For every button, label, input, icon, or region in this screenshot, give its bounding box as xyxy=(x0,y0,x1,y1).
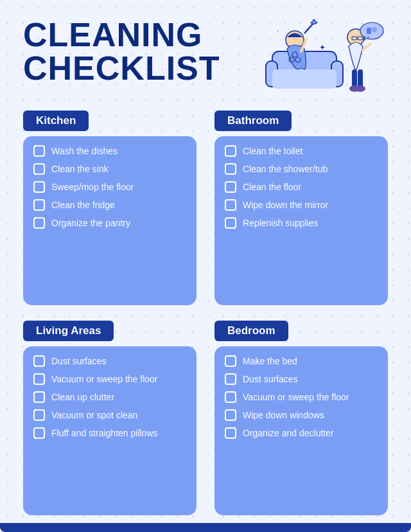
item-label: Vacuum or spot clean xyxy=(51,410,137,420)
page: CLEANING CHECKLIST xyxy=(0,0,411,532)
item-label: Clean the toilet xyxy=(243,146,302,156)
title-block: CLEANING CHECKLIST xyxy=(23,18,220,85)
svg-text:✦: ✦ xyxy=(319,43,326,52)
item-label: Wash the dishes xyxy=(51,146,118,156)
item-label: Organize the pantry xyxy=(51,218,130,228)
checkbox-icon[interactable] xyxy=(225,373,236,385)
checkbox-icon[interactable] xyxy=(225,409,236,421)
section-body-bedroom: Make the bedDust surfacesVacuum or sweep… xyxy=(214,346,388,515)
list-item[interactable]: Dust surfaces xyxy=(225,373,378,385)
list-item[interactable]: Organize the pantry xyxy=(33,217,186,229)
list-item[interactable]: Replenish supplies xyxy=(225,217,378,229)
title-line1: CLEANING xyxy=(23,18,220,51)
section-body-kitchen: Wash the dishesClean the sinkSweep/mop t… xyxy=(23,136,197,305)
checkbox-icon[interactable] xyxy=(33,355,45,367)
list-item[interactable]: Vacuum or sweep the floor xyxy=(33,373,186,385)
checkbox-icon[interactable] xyxy=(33,373,45,385)
list-item[interactable]: Wash the dishes xyxy=(33,145,186,157)
item-label: Dust surfaces xyxy=(243,374,298,384)
section-living-areas: Living AreasDust surfacesVacuum or sweep… xyxy=(23,321,197,515)
checkbox-icon[interactable] xyxy=(33,181,45,193)
list-item[interactable]: Dust surfaces xyxy=(33,355,186,367)
item-label: Dust surfaces xyxy=(51,356,107,366)
item-label: Replenish supplies xyxy=(243,218,319,228)
item-label: Vacuum or sweep the floor xyxy=(51,374,158,384)
section-kitchen: KitchenWash the dishesClean the sinkSwee… xyxy=(23,111,197,305)
svg-rect-15 xyxy=(367,28,371,34)
list-item[interactable]: Wipe down the mirror xyxy=(225,199,378,211)
section-body-living-areas: Dust surfacesVacuum or sweep the floorCl… xyxy=(23,346,197,515)
section-bathroom: BathroomClean the toiletClean the shower… xyxy=(214,111,388,305)
checkbox-icon[interactable] xyxy=(225,199,236,211)
item-label: Clean the floor xyxy=(243,182,301,192)
list-item[interactable]: Clean the floor xyxy=(225,181,378,193)
section-body-bathroom: Clean the toiletClean the shower/tubClea… xyxy=(214,136,388,305)
item-label: Clean up clutter xyxy=(51,392,114,402)
checkbox-icon[interactable] xyxy=(33,427,45,439)
footer-bar xyxy=(0,523,411,532)
list-item[interactable]: Clean up clutter xyxy=(33,391,186,403)
item-label: Clean the shower/tub xyxy=(243,164,328,174)
list-item[interactable]: Vacuum or sweep the floor xyxy=(225,391,378,403)
item-label: Organize and declutter xyxy=(243,428,334,438)
checkbox-icon[interactable] xyxy=(33,145,45,157)
section-bedroom: BedroomMake the bedDust surfacesVacuum o… xyxy=(214,321,388,515)
illustration: ✦ • xyxy=(234,18,388,95)
item-label: Wipe down the mirror xyxy=(243,200,328,210)
svg-rect-3 xyxy=(272,69,337,89)
checklist-grid: KitchenWash the dishesClean the sinkSwee… xyxy=(23,111,388,515)
checkbox-icon[interactable] xyxy=(225,391,236,403)
list-item[interactable]: Organize and declutter xyxy=(225,427,378,439)
section-header-kitchen: Kitchen xyxy=(23,111,89,131)
list-item[interactable]: Fluff and straighten pillows xyxy=(33,427,186,439)
section-header-bedroom: Bedroom xyxy=(214,321,288,341)
checkbox-icon[interactable] xyxy=(225,217,236,229)
list-item[interactable]: Wipe down windows xyxy=(225,409,378,421)
header: CLEANING CHECKLIST xyxy=(23,18,388,95)
list-item[interactable]: Clean the sink xyxy=(33,163,186,175)
list-item[interactable]: Vacuum or spot clean xyxy=(33,409,186,421)
svg-point-20 xyxy=(355,85,365,92)
section-header-bathroom: Bathroom xyxy=(214,111,292,131)
svg-point-14 xyxy=(360,22,383,39)
svg-point-16 xyxy=(372,27,377,32)
checkbox-icon[interactable] xyxy=(33,217,45,229)
checkbox-icon[interactable] xyxy=(33,391,45,403)
svg-line-21 xyxy=(363,44,371,50)
list-item[interactable]: Clean the shower/tub xyxy=(225,163,378,175)
item-label: Clean the fridge xyxy=(51,200,115,210)
checkbox-icon[interactable] xyxy=(33,409,45,421)
title-line2: CHECKLIST xyxy=(23,51,220,85)
checkbox-icon[interactable] xyxy=(225,181,236,193)
item-label: Sweep/mop the floor xyxy=(51,182,134,192)
checkbox-icon[interactable] xyxy=(33,163,45,175)
item-label: Fluff and straighten pillows xyxy=(51,428,158,438)
item-label: Vacuum or sweep the floor xyxy=(243,392,349,402)
section-header-living-areas: Living Areas xyxy=(23,321,114,341)
list-item[interactable]: Clean the fridge xyxy=(33,199,186,211)
checkbox-icon[interactable] xyxy=(225,427,236,439)
list-item[interactable]: Sweep/mop the floor xyxy=(33,181,186,193)
list-item[interactable]: Clean the toilet xyxy=(225,145,378,157)
item-label: Wipe down windows xyxy=(243,410,324,420)
checkbox-icon[interactable] xyxy=(225,145,236,157)
checkbox-icon[interactable] xyxy=(225,163,236,175)
list-item[interactable]: Make the bed xyxy=(225,355,378,367)
checkbox-icon[interactable] xyxy=(225,355,236,367)
item-label: Make the bed xyxy=(243,356,297,366)
checkbox-icon[interactable] xyxy=(33,199,45,211)
item-label: Clean the sink xyxy=(51,164,109,174)
svg-text:•: • xyxy=(277,28,279,33)
